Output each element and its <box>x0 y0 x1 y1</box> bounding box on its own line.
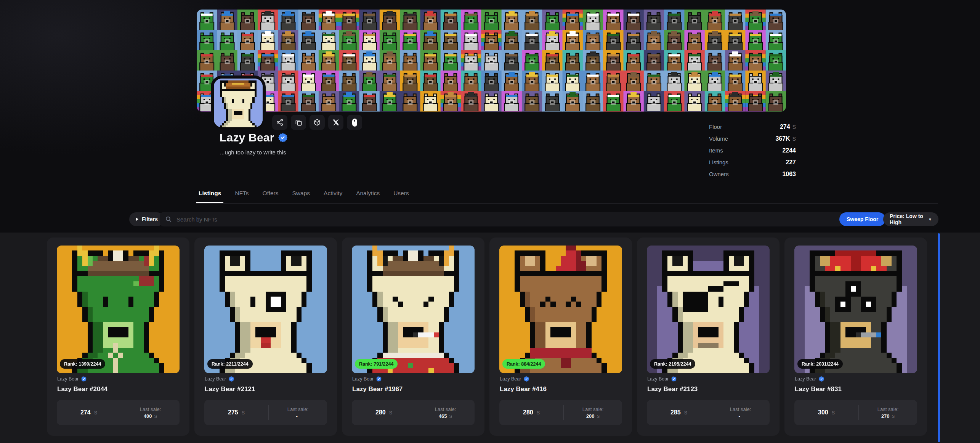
x-twitter-icon <box>332 119 339 126</box>
nft-price-box: 274 S Last sale: 400 S <box>57 400 180 425</box>
stat-value: 2244 <box>782 147 796 154</box>
nft-card[interactable]: Rank: 2195/2244 Lazy Bear Lazy Bear #212… <box>637 238 780 436</box>
nft-price: 300 <box>818 409 828 416</box>
last-sale-label: Last sale: <box>582 406 604 412</box>
collection-avatar <box>211 75 266 130</box>
view-3d-button[interactable] <box>310 115 325 130</box>
rank-badge: Rank: 2195/2244 <box>650 359 695 369</box>
nft-price-box: 280 S Last sale: 465 S <box>352 400 475 425</box>
collection-name: Lazy Bear <box>220 131 274 144</box>
rank-badge: Rank: 1390/2244 <box>60 359 105 369</box>
share-button[interactable] <box>272 115 287 130</box>
listings-toolbar: Filters Sweep Floor Price: Low to High ▼ <box>129 212 938 226</box>
last-sale-value: 200 <box>586 413 595 419</box>
sort-dropdown[interactable]: Price: Low to High ▼ <box>883 212 938 226</box>
nft-search <box>160 212 843 226</box>
mouse-icon <box>352 119 357 127</box>
nft-image: Rank: 884/2244 <box>499 246 622 373</box>
website-button[interactable] <box>347 115 362 130</box>
nft-price: 274 <box>80 409 91 416</box>
nft-price-currency: S <box>94 410 97 416</box>
tab-swaps[interactable]: Swaps <box>290 188 313 203</box>
collection-description: ...ugh too lazy to write this <box>220 149 286 156</box>
nft-collection-name: Lazy Bear <box>57 376 79 382</box>
verified-badge-icon <box>524 376 529 382</box>
nft-collection-name: Lazy Bear <box>352 376 374 382</box>
verified-badge-icon <box>819 376 824 382</box>
rank-badge: Rank: 884/2244 <box>502 359 545 369</box>
copy-icon <box>295 119 302 126</box>
nft-price: 280 <box>375 409 386 416</box>
verified-badge-icon <box>81 376 87 382</box>
nft-collection-row: Lazy Bear <box>57 376 87 382</box>
last-sale-label: Last sale: <box>877 406 899 412</box>
nft-collection-name: Lazy Bear <box>500 376 521 382</box>
nft-card[interactable]: Rank: 884/2244 Lazy Bear Lazy Bear #416 … <box>489 238 632 436</box>
nft-image: Rank: 2211/2244 <box>204 246 327 373</box>
nft-card[interactable]: Rank: 791/2244 Lazy Bear Lazy Bear #1967… <box>342 238 484 436</box>
last-sale-label: Last sale: <box>730 406 751 412</box>
nft-name: Lazy Bear #2044 <box>57 385 107 393</box>
nft-price-currency: S <box>684 410 687 416</box>
nft-price: 275 <box>228 409 238 416</box>
tab-activity[interactable]: Activity <box>321 188 345 203</box>
stat-label: Owners <box>709 171 729 177</box>
copy-address-button[interactable] <box>291 115 306 130</box>
verified-badge-icon <box>278 133 287 142</box>
nft-image: Rank: 2031/2244 <box>794 246 917 373</box>
collection-actions <box>272 115 362 130</box>
tab-users[interactable]: Users <box>391 188 411 203</box>
nft-collection-name: Lazy Bear <box>205 376 226 382</box>
collection-page: Lazy Bear ...ugh too lazy to write this … <box>0 0 980 443</box>
last-sale-value: - <box>296 413 297 419</box>
stat-label: Listings <box>709 159 728 165</box>
last-sale-label: Last sale: <box>140 406 161 412</box>
sweep-floor-button[interactable]: Sweep Floor <box>839 212 885 226</box>
banner-art <box>197 10 786 112</box>
collection-tabs: ListingsNFTsOffersSwapsActivityAnalytics… <box>196 188 938 204</box>
nft-price: 280 <box>523 409 533 416</box>
stat-row-volume: Volume367KS <box>709 135 796 143</box>
tab-listings[interactable]: Listings <box>196 188 223 203</box>
last-sale-currency: S <box>449 414 452 419</box>
last-sale-value: 465 <box>439 413 447 419</box>
nft-collection-row: Lazy Bear <box>352 376 382 382</box>
tab-offers[interactable]: Offers <box>260 188 281 203</box>
tab-analytics[interactable]: Analytics <box>354 188 382 203</box>
tab-nfts[interactable]: NFTs <box>233 188 251 203</box>
rank-badge: Rank: 2031/2244 <box>797 359 843 369</box>
x-social-button[interactable] <box>328 115 343 130</box>
nft-price: 285 <box>670 409 681 416</box>
chevron-down-icon: ▼ <box>928 217 932 221</box>
stat-row-floor: Floor274S <box>709 124 796 132</box>
stat-label: Volume <box>709 135 728 142</box>
stat-row-listings: Listings227 <box>709 159 796 167</box>
stat-row-owners: Owners1063 <box>709 171 796 179</box>
nft-image: Rank: 2195/2244 <box>647 246 770 373</box>
nft-collection-row: Lazy Bear <box>647 376 677 382</box>
collection-banner <box>197 10 786 112</box>
stat-value: 367KS <box>775 135 796 142</box>
nft-image: Rank: 791/2244 <box>352 246 475 373</box>
listings-scrollbar[interactable] <box>938 233 940 442</box>
nft-card[interactable]: Rank: 2211/2244 Lazy Bear Lazy Bear #212… <box>194 238 337 436</box>
filters-button[interactable]: Filters <box>129 212 164 226</box>
nft-name: Lazy Bear #2121 <box>205 385 255 393</box>
last-sale-value: 400 <box>144 413 152 419</box>
filters-chevron-icon <box>135 217 138 221</box>
nft-collection-name: Lazy Bear <box>795 376 816 382</box>
share-icon <box>276 119 284 126</box>
sort-selected-value: Price: Low to High <box>890 213 924 225</box>
nft-price-currency: S <box>832 410 835 416</box>
collection-stats: Floor274SVolume367KSItems2244Listings227… <box>695 124 796 179</box>
nft-card[interactable]: Rank: 1390/2244 Lazy Bear Lazy Bear #204… <box>47 238 189 436</box>
filters-label: Filters <box>142 216 158 222</box>
search-input[interactable] <box>176 216 838 223</box>
collection-title-row: Lazy Bear <box>220 131 287 144</box>
stat-label: Items <box>709 147 723 154</box>
nft-price-box: 300 S Last sale: 270 S <box>794 400 917 425</box>
nft-card[interactable]: Rank: 2031/2244 Lazy Bear Lazy Bear #831… <box>784 238 927 436</box>
nft-name: Lazy Bear #416 <box>500 385 547 393</box>
cube-3d-icon <box>313 119 321 126</box>
nft-price-currency: S <box>537 410 540 416</box>
